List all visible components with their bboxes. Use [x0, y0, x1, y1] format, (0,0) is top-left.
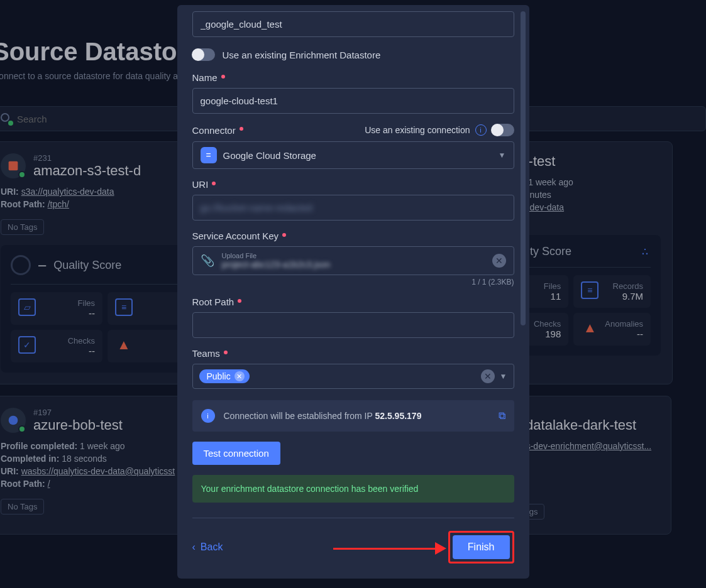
required-dot-icon: [238, 299, 241, 303]
connection-ip: 52.5.95.179: [375, 411, 421, 421]
upload-field[interactable]: 📎 Upload File project-abc123-a1b2c3.json…: [192, 246, 514, 275]
file-meta: 1 / 1 (2.3KB): [192, 278, 514, 286]
teams-label: Teams: [192, 348, 220, 359]
team-chip: Public ✕: [199, 369, 250, 383]
scrollbar[interactable]: [521, 11, 526, 325]
copy-icon[interactable]: ⧉: [499, 410, 505, 422]
back-button[interactable]: ‹ Back: [192, 542, 223, 553]
root-path-input[interactable]: [192, 312, 514, 338]
paperclip-icon: 📎: [201, 254, 214, 268]
existing-connection-toggle[interactable]: [492, 124, 514, 136]
chevron-down-icon: ▼: [500, 372, 507, 381]
clear-teams-icon[interactable]: ✕: [481, 369, 495, 383]
name-input[interactable]: [192, 88, 514, 114]
upload-filename: project-abc123-a1b2c3.json: [222, 259, 485, 270]
required-dot-icon: [224, 351, 228, 354]
existing-datastore-toggle[interactable]: [192, 48, 215, 61]
test-connection-button[interactable]: Test connection: [192, 442, 280, 465]
clear-upload-icon[interactable]: ✕: [492, 254, 506, 268]
service-account-key-label: Service Account Key: [192, 231, 279, 241]
existing-connection-label: Use an existing connection: [365, 125, 470, 135]
connector-value: Google Cloud Storage: [223, 150, 492, 161]
uri-input[interactable]: gs://bucket-name-redacted: [192, 195, 514, 220]
add-datastore-modal: Use an existing Enrichment Datastore Nam…: [177, 5, 529, 579]
chevron-left-icon: ‹: [192, 542, 196, 553]
team-chip-label: Public: [207, 371, 231, 381]
connection-msg: Connection will be established from IP: [224, 411, 375, 421]
gcs-icon: =: [201, 147, 217, 163]
connector-label: Connector: [192, 125, 236, 136]
modal-backdrop: Use an existing Enrichment Datastore Nam…: [0, 0, 706, 588]
required-dot-icon: [221, 75, 225, 79]
required-dot-icon: [240, 127, 243, 131]
top-value-input[interactable]: [192, 11, 514, 37]
chevron-down-icon: ▼: [499, 151, 506, 160]
info-icon[interactable]: i: [475, 124, 487, 136]
info-icon: i: [201, 409, 215, 423]
root-path-label: Root Path: [192, 297, 234, 307]
name-label: Name: [192, 72, 218, 83]
arrow-annotation: [333, 542, 446, 557]
uri-label: URI: [192, 179, 209, 190]
teams-select[interactable]: Public ✕ ✕ ▼: [192, 364, 514, 389]
remove-team-icon[interactable]: ✕: [234, 371, 245, 381]
required-dot-icon: [212, 182, 216, 185]
finish-highlight-annotation: Finish: [448, 531, 514, 564]
upload-label: Upload File: [222, 252, 485, 259]
required-dot-icon: [282, 233, 286, 237]
finish-button[interactable]: Finish: [453, 535, 510, 559]
existing-datastore-toggle-label: Use an existing Enrichment Datastore: [223, 50, 381, 60]
connector-select[interactable]: = Google Cloud Storage ▼: [192, 141, 514, 169]
back-button-label: Back: [201, 542, 223, 553]
success-banner: Your enrichment datastore connection has…: [192, 475, 514, 503]
connection-info-banner: i Connection will be established from IP…: [192, 400, 514, 432]
